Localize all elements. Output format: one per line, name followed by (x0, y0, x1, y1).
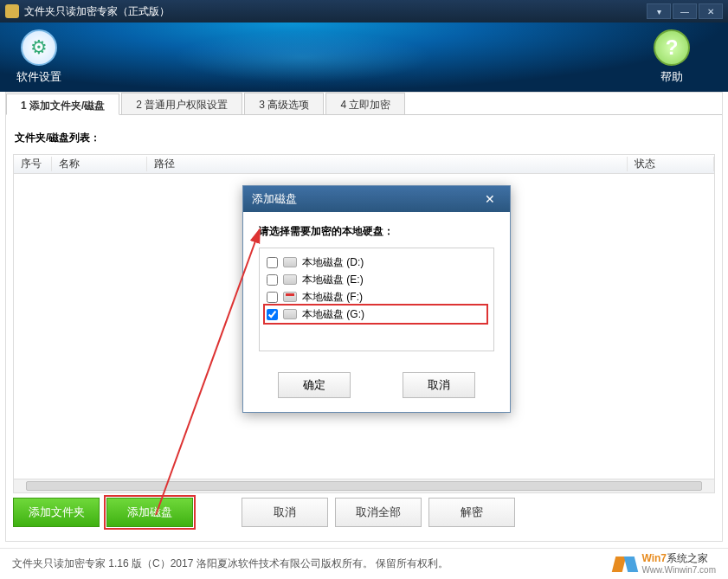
settings-button[interactable]: ⚙ 软件设置 (0, 23, 78, 92)
drive-checkbox-d[interactable] (267, 257, 278, 268)
drive-label: 本地磁盘 (D:) (302, 255, 364, 270)
col-seq: 序号 (14, 157, 52, 171)
watermark-url: Www.Winwin7.com (641, 565, 716, 575)
gear-icon: ⚙ (21, 29, 57, 66)
horizontal-scrollbar[interactable] (14, 479, 714, 492)
help-button[interactable]: ? 帮助 (633, 23, 711, 92)
minimize-button[interactable]: — (673, 3, 697, 19)
drive-label: 本地磁盘 (E:) (302, 273, 364, 287)
add-disk-button[interactable]: 添加磁盘 (106, 498, 193, 527)
cancel-all-button[interactable]: 取消全部 (335, 498, 422, 527)
drive-item-e[interactable]: 本地磁盘 (E:) (267, 271, 486, 288)
app-icon (5, 4, 19, 18)
drive-list: 本地磁盘 (D:) 本地磁盘 (E:) 本地磁盘 (F:) 本地磁盘 (G:) (259, 248, 494, 351)
drive-label: 本地磁盘 (F:) (302, 290, 363, 305)
watermark-brand: Win7系统之家 (641, 553, 716, 564)
dialog-prompt: 请选择需要加密的本地硬盘： (259, 224, 494, 239)
drive-icon (283, 292, 297, 302)
dialog-cancel-button[interactable]: 取消 (403, 372, 475, 398)
ribbon: ⚙ 软件设置 ? 帮助 (0, 23, 728, 92)
tab-user-permission[interactable]: 2 普通用户权限设置 (121, 93, 242, 114)
drive-icon (283, 309, 297, 319)
decrypt-button[interactable]: 解密 (428, 498, 515, 527)
drive-item-d[interactable]: 本地磁盘 (D:) (267, 254, 486, 271)
settings-label: 软件设置 (16, 69, 61, 85)
drive-item-f[interactable]: 本地磁盘 (F:) (267, 288, 486, 306)
titlebar: 文件夹只读加密专家（正式版） ▾ — ✕ (0, 0, 728, 23)
col-status: 状态 (628, 157, 714, 171)
dialog-ok-button[interactable]: 确定 (278, 372, 351, 398)
add-folder-button[interactable]: 添加文件夹 (13, 498, 100, 527)
dialog-title-text: 添加磁盘 (252, 191, 297, 207)
dropdown-button[interactable]: ▾ (647, 3, 671, 19)
footer: 文件夹只读加密专家 1.16 版（C）2017 洛阳夏冰软件技术有限公司版权所有… (0, 548, 728, 579)
col-path: 路径 (147, 157, 628, 171)
drive-icon (283, 274, 297, 285)
tab-bar: 1 添加文件夹/磁盘 2 普通用户权限设置 3 高级选项 4 立即加密 (6, 93, 722, 115)
tab-encrypt-now[interactable]: 4 立即加密 (325, 93, 405, 114)
col-name: 名称 (52, 157, 147, 171)
tab-advanced[interactable]: 3 高级选项 (244, 93, 324, 114)
dialog-close-icon[interactable]: ✕ (479, 192, 501, 206)
watermark-icon (614, 555, 636, 574)
dialog-titlebar[interactable]: 添加磁盘 ✕ (243, 186, 510, 212)
cancel-button[interactable]: 取消 (242, 498, 328, 527)
help-label: 帮助 (660, 69, 683, 85)
drive-checkbox-e[interactable] (267, 274, 278, 286)
window-title: 文件夹只读加密专家（正式版） (24, 4, 645, 19)
add-disk-dialog: 添加磁盘 ✕ 请选择需要加密的本地硬盘： 本地磁盘 (D:) 本地磁盘 (E:)… (242, 185, 511, 413)
bottom-button-row: 添加文件夹 添加磁盘 取消 取消全部 解密 (13, 498, 715, 527)
drive-checkbox-g[interactable] (267, 309, 278, 320)
drive-checkbox-f[interactable] (267, 292, 278, 303)
drive-icon (283, 257, 297, 267)
copyright-text: 文件夹只读加密专家 1.16 版（C）2017 洛阳夏冰软件技术有限公司版权所有… (12, 556, 448, 571)
drive-item-g[interactable]: 本地磁盘 (G:) (265, 306, 486, 323)
drive-label: 本地磁盘 (G:) (302, 307, 364, 322)
help-icon: ? (654, 29, 690, 66)
watermark: Win7系统之家 Www.Winwin7.com (614, 553, 716, 574)
tab-add-folder-disk[interactable]: 1 添加文件夹/磁盘 (6, 93, 119, 115)
list-heading: 文件夹/磁盘列表： (15, 131, 713, 145)
close-button[interactable]: ✕ (699, 3, 723, 19)
table-header: 序号 名称 路径 状态 (14, 155, 714, 174)
